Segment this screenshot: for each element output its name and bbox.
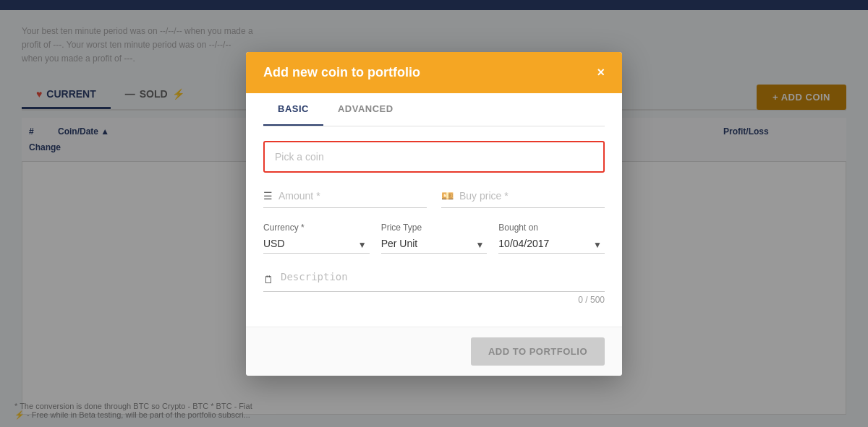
price-type-select-wrapper: Per Unit Total ▼ [381, 237, 488, 254]
description-icon: 🗒 [263, 274, 273, 285]
buy-price-group: 💴 [441, 187, 605, 208]
amount-buyprice-row: ☰ 💴 [263, 187, 605, 208]
menu-icon: ☰ [263, 190, 273, 202]
coin-picker-input[interactable] [263, 141, 605, 173]
bought-on-select-wrapper: 10/04/2017 ▼ [498, 237, 605, 254]
price-type-group: Price Type Per Unit Total ▼ [381, 223, 488, 254]
currency-label: Currency * [263, 223, 370, 233]
modal-close-button[interactable]: × [597, 66, 605, 79]
modal-header: Add new coin to portfolio × [246, 52, 622, 93]
amount-group: ☰ [263, 187, 427, 208]
add-to-portfolio-button[interactable]: ADD TO PORTFOLIO [471, 337, 605, 366]
modal-tabs: BASIC ADVANCED [263, 93, 605, 126]
bought-on-label: Bought on [498, 223, 605, 233]
modal-overlay: Add new coin to portfolio × BASIC ADVANC… [0, 0, 868, 427]
currency-pricetype-boughton-row: Currency * USD EUR BTC ETH ▼ Price Type [263, 223, 605, 254]
modal-body: BASIC ADVANCED ☰ 💴 [246, 93, 622, 327]
bought-on-group: Bought on 10/04/2017 ▼ [498, 223, 605, 254]
buy-price-input[interactable] [459, 187, 605, 204]
modal-title: Add new coin to portfolio [263, 65, 420, 80]
description-input[interactable] [281, 271, 605, 288]
tab-basic[interactable]: BASIC [263, 93, 323, 126]
buy-price-field-wrapper: 💴 [441, 187, 605, 208]
amount-input[interactable] [278, 187, 427, 204]
currency-select[interactable]: USD EUR BTC ETH [263, 238, 370, 249]
bought-on-select[interactable]: 10/04/2017 [498, 238, 605, 249]
add-coin-modal: Add new coin to portfolio × BASIC ADVANC… [246, 52, 622, 376]
currency-select-wrapper: USD EUR BTC ETH ▼ [263, 237, 370, 254]
modal-footer: ADD TO PORTFOLIO [246, 327, 622, 376]
description-wrapper: 🗒 [263, 271, 605, 292]
currency-group: Currency * USD EUR BTC ETH ▼ [263, 223, 370, 254]
money-icon: 💴 [441, 190, 454, 202]
price-type-label: Price Type [381, 223, 488, 233]
description-section: 🗒 0 / 500 [263, 271, 605, 305]
tab-advanced[interactable]: ADVANCED [323, 93, 408, 126]
price-type-select[interactable]: Per Unit Total [381, 238, 488, 249]
amount-field-wrapper: ☰ [263, 187, 427, 208]
char-count: 0 / 500 [263, 295, 605, 305]
